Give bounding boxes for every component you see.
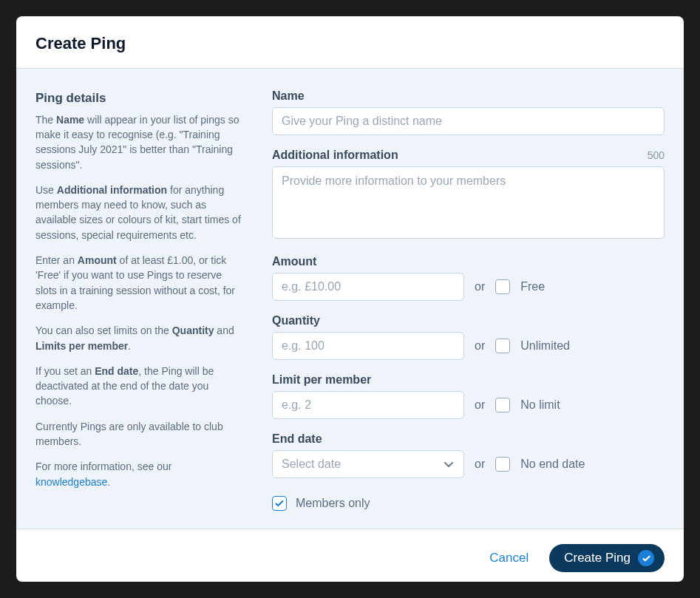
members-only-label: Members only <box>296 497 370 510</box>
help-heading: Ping details <box>35 89 242 108</box>
free-checkbox[interactable] <box>495 279 510 294</box>
help-sidebar: Ping details The Name will appear in you… <box>35 89 242 511</box>
info-char-count: 500 <box>648 149 665 161</box>
amount-label: Amount <box>272 255 665 268</box>
end-date-label: End date <box>272 432 665 446</box>
amount-input[interactable] <box>272 273 464 301</box>
check-circle-icon <box>638 550 654 566</box>
no-limit-label: No limit <box>520 398 560 412</box>
members-only-row: Members only <box>272 496 665 511</box>
help-paragraph-amount: Enter an Amount of at least £1.00, or ti… <box>35 253 242 313</box>
members-only-checkbox[interactable] <box>272 496 287 511</box>
form-column: Name Additional information 500 Amount o… <box>272 89 665 511</box>
help-paragraph-info: Use Additional information for anything … <box>35 183 242 242</box>
end-date-select[interactable]: Select date <box>272 450 464 478</box>
name-label: Name <box>272 89 665 103</box>
info-textarea[interactable] <box>272 166 665 239</box>
help-paragraph-name: The Name will appear in your list of pin… <box>35 112 242 172</box>
modal-body: Ping details The Name will appear in you… <box>16 69 684 529</box>
limit-input[interactable] <box>272 391 464 419</box>
unlimited-checkbox[interactable] <box>495 339 510 353</box>
unlimited-label: Unlimited <box>520 339 570 353</box>
limit-label: Limit per member <box>272 373 665 387</box>
end-date-placeholder: Select date <box>282 458 341 471</box>
modal-footer: Cancel Create Ping <box>16 529 684 582</box>
name-input[interactable] <box>272 107 665 135</box>
chevron-down-icon <box>443 458 455 470</box>
info-field-group: Additional information 500 <box>272 149 665 242</box>
no-end-date-checkbox[interactable] <box>495 457 510 472</box>
limit-field-group: Limit per member or No limit <box>272 373 665 419</box>
or-text: or <box>475 398 485 412</box>
help-paragraph-enddate: If you set an End date, the Ping will be… <box>35 364 242 409</box>
free-label: Free <box>520 280 545 293</box>
check-icon <box>274 498 285 509</box>
create-ping-modal: Create Ping Ping details The Name will a… <box>16 16 684 582</box>
name-field-group: Name <box>272 89 665 135</box>
or-text: or <box>475 339 485 353</box>
knowledgebase-link[interactable]: knowledgebase <box>35 476 107 488</box>
quantity-input[interactable] <box>272 332 464 360</box>
or-text: or <box>475 280 485 293</box>
amount-field-group: Amount or Free <box>272 255 665 301</box>
create-ping-button-label: Create Ping <box>564 551 631 565</box>
no-limit-checkbox[interactable] <box>495 398 510 412</box>
end-date-field-group: End date Select date or No end date <box>272 432 665 478</box>
quantity-label: Quantity <box>272 314 665 327</box>
or-text: or <box>475 458 485 471</box>
help-paragraph-members: Currently Pings are only available to cl… <box>35 419 242 449</box>
modal-title: Create Ping <box>35 34 665 53</box>
help-paragraph-limits: You can also set limits on the Quantity … <box>35 323 242 353</box>
modal-header: Create Ping <box>16 16 684 69</box>
quantity-field-group: Quantity or Unlimited <box>272 314 665 360</box>
info-label: Additional information <box>272 149 398 162</box>
no-end-date-label: No end date <box>520 458 585 471</box>
create-ping-button[interactable]: Create Ping <box>549 544 665 572</box>
cancel-button[interactable]: Cancel <box>489 551 529 565</box>
help-paragraph-kb: For more information, see our knowledgeb… <box>35 459 242 489</box>
